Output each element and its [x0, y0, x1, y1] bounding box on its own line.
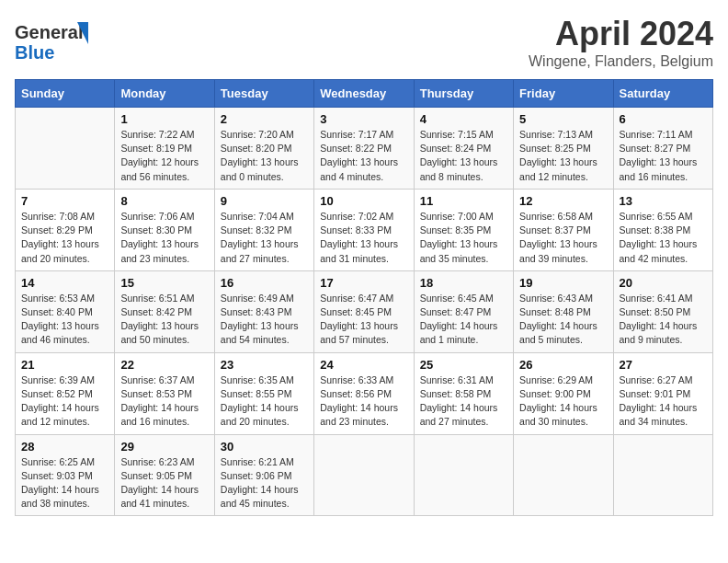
day-number: 2 [221, 112, 308, 126]
calendar-cell: 25Sunrise: 6:31 AMSunset: 8:58 PMDayligh… [414, 352, 513, 434]
day-info: Sunrise: 7:00 AMSunset: 8:35 PMDaylight:… [420, 210, 507, 266]
day-info: Sunrise: 7:15 AMSunset: 8:24 PMDaylight:… [420, 128, 507, 184]
day-number: 29 [120, 440, 208, 454]
calendar-cell: 15Sunrise: 6:51 AMSunset: 8:42 PMDayligh… [115, 270, 214, 352]
day-info: Sunrise: 7:13 AMSunset: 8:25 PMDaylight:… [519, 128, 607, 184]
title-area: April 2024 Wingene, Flanders, Belgium [529, 15, 713, 70]
day-info: Sunrise: 6:31 AMSunset: 8:58 PMDaylight:… [420, 373, 507, 430]
day-number: 10 [320, 194, 407, 208]
day-info: Sunrise: 6:27 AMSunset: 9:01 PMDaylight:… [620, 373, 707, 430]
day-number: 9 [221, 194, 308, 208]
calendar-cell: 17Sunrise: 6:47 AMSunset: 8:45 PMDayligh… [314, 270, 414, 352]
calendar-cell: 29Sunrise: 6:23 AMSunset: 9:05 PMDayligh… [115, 434, 214, 516]
day-number: 25 [420, 358, 507, 372]
svg-text:General: General [15, 22, 83, 42]
day-info: Sunrise: 6:51 AMSunset: 8:42 PMDaylight:… [120, 292, 208, 348]
day-number: 13 [620, 194, 707, 208]
header-day-sunday: Sunday [16, 80, 115, 108]
day-info: Sunrise: 6:41 AMSunset: 8:50 PMDaylight:… [620, 292, 707, 348]
day-info: Sunrise: 7:06 AMSunset: 8:30 PMDaylight:… [120, 210, 208, 266]
header-day-friday: Friday [514, 80, 613, 108]
day-number: 26 [519, 358, 607, 372]
week-row-1: 7Sunrise: 7:08 AMSunset: 8:29 PMDaylight… [16, 189, 713, 270]
calendar-cell: 19Sunrise: 6:43 AMSunset: 8:48 PMDayligh… [514, 270, 613, 352]
calendar-cell: 13Sunrise: 6:55 AMSunset: 8:38 PMDayligh… [613, 189, 712, 270]
day-info: Sunrise: 7:04 AMSunset: 8:32 PMDaylight:… [221, 210, 308, 266]
day-number: 5 [519, 112, 607, 126]
day-number: 18 [420, 276, 507, 290]
location: Wingene, Flanders, Belgium [529, 53, 713, 70]
day-info: Sunrise: 7:20 AMSunset: 8:20 PMDaylight:… [221, 128, 308, 184]
day-number: 24 [320, 358, 407, 372]
day-info: Sunrise: 6:37 AMSunset: 8:53 PMDaylight:… [120, 373, 208, 430]
header-day-saturday: Saturday [613, 80, 712, 108]
day-number: 3 [320, 112, 407, 126]
day-info: Sunrise: 6:33 AMSunset: 8:56 PMDaylight:… [320, 373, 407, 430]
day-info: Sunrise: 7:22 AMSunset: 8:19 PMDaylight:… [120, 128, 208, 184]
svg-text:Blue: Blue [15, 42, 54, 63]
calendar-cell: 30Sunrise: 6:21 AMSunset: 9:06 PMDayligh… [214, 434, 313, 516]
header: General Blue April 2024 Wingene, Flander… [15, 15, 713, 70]
week-row-3: 21Sunrise: 6:39 AMSunset: 8:52 PMDayligh… [16, 352, 713, 434]
day-info: Sunrise: 6:35 AMSunset: 8:55 PMDaylight:… [221, 373, 308, 430]
header-day-tuesday: Tuesday [214, 80, 313, 108]
day-info: Sunrise: 6:21 AMSunset: 9:06 PMDaylight:… [221, 455, 308, 511]
calendar-cell: 7Sunrise: 7:08 AMSunset: 8:29 PMDaylight… [16, 189, 115, 270]
calendar-table: SundayMondayTuesdayWednesdayThursdayFrid… [15, 79, 713, 516]
header-day-wednesday: Wednesday [314, 80, 414, 108]
week-row-4: 28Sunrise: 6:25 AMSunset: 9:03 PMDayligh… [16, 434, 713, 516]
day-info: Sunrise: 6:39 AMSunset: 8:52 PMDaylight:… [21, 373, 108, 430]
day-info: Sunrise: 7:11 AMSunset: 8:27 PMDaylight:… [620, 128, 707, 184]
day-number: 28 [21, 440, 108, 454]
calendar-header-row: SundayMondayTuesdayWednesdayThursdayFrid… [16, 80, 713, 108]
day-info: Sunrise: 7:08 AMSunset: 8:29 PMDaylight:… [21, 210, 108, 266]
calendar-cell: 9Sunrise: 7:04 AMSunset: 8:32 PMDaylight… [214, 189, 313, 270]
day-number: 7 [21, 194, 108, 208]
day-info: Sunrise: 6:49 AMSunset: 8:43 PMDaylight:… [221, 292, 308, 348]
day-info: Sunrise: 6:55 AMSunset: 8:38 PMDaylight:… [620, 210, 707, 266]
calendar-cell: 23Sunrise: 6:35 AMSunset: 8:55 PMDayligh… [214, 352, 313, 434]
calendar-cell: 21Sunrise: 6:39 AMSunset: 8:52 PMDayligh… [16, 352, 115, 434]
month-title: April 2024 [529, 15, 713, 53]
calendar-cell: 11Sunrise: 7:00 AMSunset: 8:35 PMDayligh… [414, 189, 513, 270]
day-info: Sunrise: 6:58 AMSunset: 8:37 PMDaylight:… [519, 210, 607, 266]
calendar-cell: 12Sunrise: 6:58 AMSunset: 8:37 PMDayligh… [514, 189, 613, 270]
header-day-monday: Monday [115, 80, 214, 108]
day-info: Sunrise: 6:43 AMSunset: 8:48 PMDaylight:… [519, 292, 607, 348]
header-day-thursday: Thursday [414, 80, 513, 108]
calendar-cell: 6Sunrise: 7:11 AMSunset: 8:27 PMDaylight… [613, 108, 712, 190]
calendar-cell: 20Sunrise: 6:41 AMSunset: 8:50 PMDayligh… [613, 270, 712, 352]
week-row-2: 14Sunrise: 6:53 AMSunset: 8:40 PMDayligh… [16, 270, 713, 352]
day-number: 17 [320, 276, 407, 290]
day-number: 22 [120, 358, 208, 372]
day-info: Sunrise: 6:53 AMSunset: 8:40 PMDaylight:… [21, 292, 108, 348]
day-number: 15 [120, 276, 208, 290]
logo: General Blue [15, 15, 97, 65]
day-info: Sunrise: 6:29 AMSunset: 9:00 PMDaylight:… [519, 373, 607, 430]
day-number: 1 [120, 112, 208, 126]
day-number: 27 [620, 358, 707, 372]
calendar-cell: 3Sunrise: 7:17 AMSunset: 8:22 PMDaylight… [314, 108, 414, 190]
week-row-0: 1Sunrise: 7:22 AMSunset: 8:19 PMDaylight… [16, 108, 713, 190]
day-info: Sunrise: 6:47 AMSunset: 8:45 PMDaylight:… [320, 292, 407, 348]
day-number: 6 [620, 112, 707, 126]
day-info: Sunrise: 7:02 AMSunset: 8:33 PMDaylight:… [320, 210, 407, 266]
calendar-cell: 26Sunrise: 6:29 AMSunset: 9:00 PMDayligh… [514, 352, 613, 434]
logo-svg: General Blue [15, 15, 97, 65]
day-info: Sunrise: 6:23 AMSunset: 9:05 PMDaylight:… [120, 455, 208, 511]
calendar-cell: 22Sunrise: 6:37 AMSunset: 8:53 PMDayligh… [115, 352, 214, 434]
calendar-cell: 18Sunrise: 6:45 AMSunset: 8:47 PMDayligh… [414, 270, 513, 352]
calendar-cell: 4Sunrise: 7:15 AMSunset: 8:24 PMDaylight… [414, 108, 513, 190]
calendar-cell [613, 434, 712, 516]
calendar-cell: 14Sunrise: 6:53 AMSunset: 8:40 PMDayligh… [16, 270, 115, 352]
calendar-cell: 1Sunrise: 7:22 AMSunset: 8:19 PMDaylight… [115, 108, 214, 190]
calendar-cell: 2Sunrise: 7:20 AMSunset: 8:20 PMDaylight… [214, 108, 313, 190]
day-number: 30 [221, 440, 308, 454]
calendar-cell: 10Sunrise: 7:02 AMSunset: 8:33 PMDayligh… [314, 189, 414, 270]
day-number: 23 [221, 358, 308, 372]
calendar-cell: 16Sunrise: 6:49 AMSunset: 8:43 PMDayligh… [214, 270, 313, 352]
day-number: 14 [21, 276, 108, 290]
calendar-cell [514, 434, 613, 516]
calendar-cell [414, 434, 513, 516]
calendar-cell [314, 434, 414, 516]
